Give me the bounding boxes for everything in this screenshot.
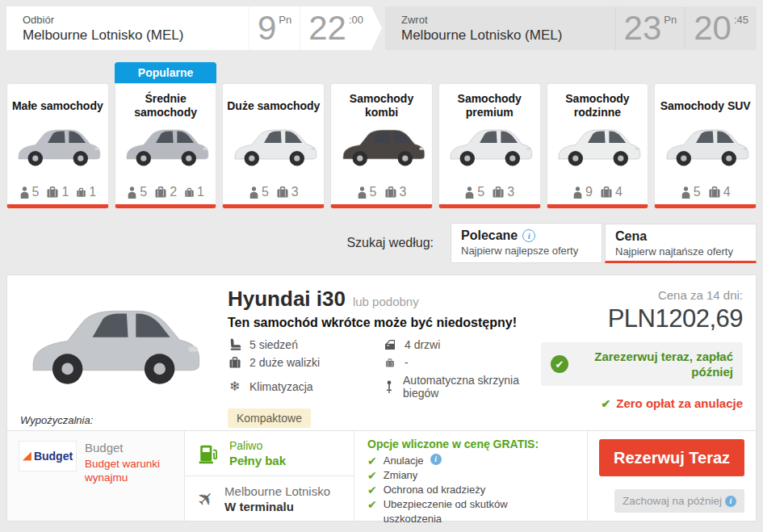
snowflake-icon: ❄ bbox=[228, 380, 242, 393]
dropoff-time-cell: 20 :45 bbox=[685, 6, 757, 50]
category-title: Średnie samochody bbox=[119, 91, 213, 120]
included-options-list: ✔ Anulacje i ✔ Zmiany ✔ Ochrona od kradz… bbox=[367, 454, 574, 526]
free-cancellation-note: ✔ Zero opłat za anulacje bbox=[541, 396, 743, 410]
sort-tab-recommended[interactable]: Polecane i Najpierw najlepsze oferty bbox=[451, 223, 602, 263]
included-options-header: Opcje wliczone w cenę GRATIS: bbox=[367, 437, 574, 452]
dropoff-minute: :45 bbox=[734, 14, 748, 26]
pickup-panel[interactable]: Odbiór Melbourne Lotnisko (MEL) 9 Pn 22 … bbox=[6, 6, 371, 50]
save-for-later-button[interactable]: Zachowaj na później i bbox=[614, 489, 744, 513]
dropoff-day-cell: 23 Pn bbox=[615, 6, 685, 50]
car-image bbox=[337, 122, 427, 170]
category-title: Samochody premium bbox=[442, 91, 537, 120]
category-family-cars-wrap: Samochody rodzinne 9 4 bbox=[547, 62, 649, 208]
category-card-medium-cars[interactable]: Średnie samochody 5 2 1 bbox=[115, 83, 217, 208]
person-icon bbox=[464, 186, 475, 199]
included-option: ✔ Ochrona od kradzieży bbox=[367, 483, 574, 497]
category-card-family-cars[interactable]: Samochody rodzinne 9 4 bbox=[547, 83, 649, 208]
offer-title: Hyundai i30 bbox=[228, 287, 346, 312]
price-period-label: Cena za 14 dni: bbox=[541, 288, 743, 302]
pickup-minute: :00 bbox=[349, 14, 363, 26]
check-icon: ✔ bbox=[367, 454, 377, 468]
pickup-time-cell: 22 :00 bbox=[300, 6, 371, 50]
dropoff-day: 23 bbox=[624, 11, 662, 45]
person-icon bbox=[249, 186, 259, 199]
sort-tab-subtitle: Najpierw najtańsze oferty bbox=[615, 245, 746, 258]
location-name: Melbourne Lotnisko bbox=[224, 484, 330, 498]
actions-column: Rezerwuj Teraz Zachowaj na później i bbox=[588, 431, 756, 521]
category-card-wagon-cars[interactable]: Samochody kombi 5 3 bbox=[330, 83, 433, 208]
big-suitcase-icon bbox=[384, 186, 397, 199]
info-icon[interactable]: i bbox=[522, 229, 535, 242]
supplier-column: Budget Budget Budget warunki wynajmu bbox=[7, 431, 185, 521]
fuel-value: Pełny bak bbox=[229, 454, 286, 467]
category-large-cars-wrap: Duże samochody 5 3 bbox=[222, 62, 325, 208]
dropoff-location: Melbourne Lotnisko (MEL) bbox=[401, 27, 562, 44]
person-icon bbox=[357, 186, 367, 199]
big-suitcase-icon bbox=[492, 186, 505, 199]
car-image bbox=[120, 122, 211, 170]
trip-header: Odbiór Melbourne Lotnisko (MEL) 9 Pn 22 … bbox=[6, 6, 757, 50]
car-rental-results-page: Odbiór Melbourne Lotnisko (MEL) 9 Pn 22 … bbox=[0, 0, 763, 532]
category-card-small-cars[interactable]: Małe samochody 5 1 1 bbox=[6, 83, 109, 208]
big-suitcase-icon bbox=[46, 186, 59, 199]
seat-count: 5 bbox=[477, 185, 484, 199]
spec-doors: 4 drzwi bbox=[383, 337, 541, 351]
big-bag-count: 4 bbox=[723, 185, 731, 199]
pickup-location: Melbourne Lotnisko (MEL) bbox=[23, 27, 183, 44]
category-premium-cars-wrap: Samochody premium 5 3 bbox=[438, 62, 541, 208]
pickup-day-cell: 9 Pn bbox=[249, 6, 300, 50]
dropoff-panel[interactable]: Zwrot Melbourne Lotnisko (MEL) 23 Pn 20 … bbox=[385, 6, 757, 50]
spec-big-bags: 2 duże walizki bbox=[228, 356, 375, 369]
seat-icon bbox=[228, 337, 242, 351]
category-small-cars-wrap: Małe samochody 5 1 1 bbox=[6, 62, 109, 208]
sort-tab-subtitle: Najpierw najlepsze oferty bbox=[461, 245, 592, 257]
dropoff-day-abbr: Pn bbox=[664, 14, 677, 26]
check-circle-icon: ✔ bbox=[551, 355, 568, 373]
supplier-name: Budget bbox=[85, 441, 174, 455]
check-icon: ✔ bbox=[367, 483, 377, 497]
arrow-separator-icon bbox=[371, 6, 382, 50]
category-filter-row: Małe samochody 5 1 1 Popularne Średnie s… bbox=[6, 62, 757, 208]
small-suitcase-icon bbox=[383, 358, 397, 368]
big-bag-count: 2 bbox=[170, 185, 177, 199]
seat-count: 5 bbox=[370, 185, 377, 199]
small-suitcase-icon bbox=[184, 187, 195, 198]
pickup-day-abbr: Pn bbox=[279, 14, 291, 26]
person-icon bbox=[681, 186, 691, 199]
car-image bbox=[228, 122, 319, 170]
category-suv-cars-wrap: Samochody SUV 5 4 bbox=[654, 62, 757, 208]
big-bag-count: 3 bbox=[400, 185, 407, 199]
pay-later-note: ✔ Zarezerwuj teraz, zapłać później bbox=[541, 342, 743, 386]
check-icon: ✔ bbox=[602, 397, 611, 410]
sort-tab-price[interactable]: Cena Najpierw najtańsze oferty bbox=[605, 224, 757, 263]
budget-logo-triangle-icon bbox=[23, 452, 31, 461]
fuel-pump-icon bbox=[198, 442, 219, 465]
category-card-premium-cars[interactable]: Samochody premium 5 3 bbox=[438, 83, 541, 208]
car-image bbox=[552, 122, 643, 170]
car-offer-card: Hyundai i30 lub podobny Ten samochód wkr… bbox=[6, 274, 757, 522]
category-card-suv-cars[interactable]: Samochody SUV 5 4 bbox=[654, 83, 757, 208]
check-icon: ✔ bbox=[367, 468, 377, 483]
category-card-large-cars[interactable]: Duże samochody 5 3 bbox=[222, 83, 325, 208]
category-title: Małe samochody bbox=[12, 91, 103, 120]
included-options-column: Opcje wliczone w cenę GRATIS: ✔ Anulacje… bbox=[354, 431, 588, 521]
small-bag-count: 1 bbox=[197, 185, 204, 199]
big-suitcase-icon bbox=[708, 186, 721, 199]
seat-count: 9 bbox=[585, 185, 593, 199]
pickup-location-block: Odbiór Melbourne Lotnisko (MEL) bbox=[23, 14, 183, 44]
car-image bbox=[12, 122, 103, 170]
person-icon bbox=[19, 186, 30, 199]
included-option: ✔ Ubezpieczenie od skutków uszkodzenia bbox=[367, 497, 574, 526]
check-icon: ✔ bbox=[367, 497, 377, 512]
big-bag-count: 3 bbox=[291, 185, 299, 199]
dropoff-hour: 20 bbox=[694, 11, 732, 45]
big-suitcase-icon bbox=[276, 186, 289, 199]
supplier-terms-link[interactable]: Budget warunki wynajmu bbox=[85, 457, 174, 484]
car-class-badge: Kompaktowe bbox=[228, 408, 311, 428]
seat-count: 5 bbox=[694, 185, 701, 199]
info-icon[interactable]: i bbox=[430, 454, 442, 465]
availability-warning: Ten samochód wkrótce może być niedostępn… bbox=[228, 316, 541, 330]
book-now-button[interactable]: Rezerwuj Teraz bbox=[599, 439, 744, 476]
info-icon[interactable]: i bbox=[725, 496, 736, 507]
spec-aircon: ❄ Klimatyzacja bbox=[228, 374, 375, 400]
